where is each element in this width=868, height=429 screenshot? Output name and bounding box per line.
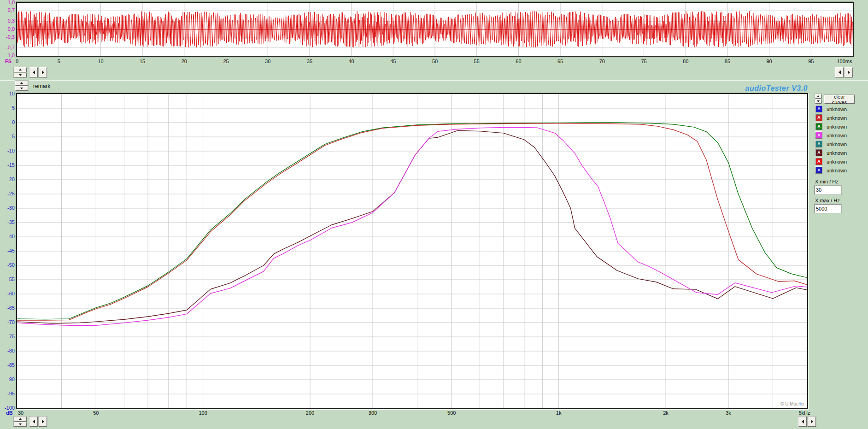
clear-curves-button[interactable]: clear curves xyxy=(824,95,855,104)
chart-db-tick-label: -90 xyxy=(0,376,15,382)
waveform-y-zoom-spinner-down[interactable] xyxy=(14,73,27,78)
waveform-y-zoom-spinner xyxy=(14,67,27,77)
waveform-y-tick-label: -0,3 xyxy=(0,34,15,40)
curve-unknown-maroon xyxy=(17,130,807,323)
chart-frequency-tick-label: 2k xyxy=(663,410,669,416)
arrow-up-icon xyxy=(19,418,22,420)
arrow-left-icon xyxy=(33,71,35,74)
x-max-input[interactable] xyxy=(815,204,841,213)
arrow-up-icon xyxy=(20,82,23,84)
waveform-time-tick-label: 75 xyxy=(641,59,646,65)
chart-db-tick-label: 0 xyxy=(0,119,15,125)
x-min-label: X min / Hz xyxy=(815,179,866,184)
fs-axis-label: FS xyxy=(5,59,12,65)
chart-db-tick-label: -70 xyxy=(0,319,15,325)
legend-item-label: unknown xyxy=(827,150,847,156)
curve-color-icon: A xyxy=(815,141,822,147)
curve-color-icon: A xyxy=(815,167,822,174)
chart-db-tick-label: -25 xyxy=(0,191,15,197)
arrow-right-icon xyxy=(42,420,44,423)
arrow-down-icon xyxy=(817,100,820,102)
legend-spinner-down[interactable] xyxy=(815,99,821,104)
waveform-time-tick-label: 15 xyxy=(140,59,145,65)
legend-item-3[interactable]: Aunknown xyxy=(815,122,866,131)
chart-db-tick-label: -10 xyxy=(0,148,15,154)
curve-unknown-green xyxy=(17,123,807,319)
chart-frequency-tick-label: 100 xyxy=(199,410,207,416)
legend-panel: clear curves AunknownAunknownAunknownAun… xyxy=(815,94,866,213)
legend-spinner-up[interactable] xyxy=(815,94,821,99)
waveform-scroll-left-button-2[interactable] xyxy=(835,67,844,77)
arrow-left-icon xyxy=(802,420,804,423)
chart-frequency-tick-label: 30 xyxy=(18,410,23,416)
frequency-response-plot xyxy=(16,93,808,409)
curve-color-icon: A xyxy=(815,158,822,165)
curve-color-icon: A xyxy=(815,132,822,139)
legend-item-4[interactable]: Aunknown xyxy=(815,131,866,140)
chart-db-tick-label: -55 xyxy=(0,276,15,282)
legend-item-6[interactable]: Aunknown xyxy=(815,148,866,157)
legend-item-1[interactable]: Aunknown xyxy=(815,105,866,113)
legend-item-label: unknown xyxy=(827,141,847,147)
waveform-scroll-right-button-2[interactable] xyxy=(845,67,853,77)
arrow-down-icon xyxy=(20,88,23,89)
curve-color-icon: A xyxy=(815,149,822,156)
remark-label: remark xyxy=(33,83,50,89)
chart-scroll-right-button-2[interactable] xyxy=(808,417,816,427)
chart-db-tick-label: -45 xyxy=(0,248,15,254)
legend-header: clear curves xyxy=(815,94,866,105)
legend-item-label: unknown xyxy=(827,106,847,112)
chart-db-tick-label: -15 xyxy=(0,162,15,168)
legend-item-7[interactable]: Aunknown xyxy=(815,157,866,166)
remark-spinner xyxy=(15,81,28,91)
waveform-scroll-left-button[interactable] xyxy=(29,67,38,77)
arrow-down-icon xyxy=(19,74,22,76)
chart-db-tick-label: -80 xyxy=(0,348,15,354)
chart-db-tick-label: -50 xyxy=(0,262,15,268)
waveform-y-zoom-spinner-up[interactable] xyxy=(14,67,27,72)
frequency-response-svg xyxy=(17,94,807,408)
waveform-time-tick-label: 0 xyxy=(16,59,18,65)
waveform-time-tick-label: 50 xyxy=(432,59,438,65)
legend-item-label: unknown xyxy=(827,124,847,129)
waveform-time-tick-label: 60 xyxy=(516,59,521,65)
curve-color-icon: A xyxy=(815,123,822,130)
waveform-time-tick-label: 20 xyxy=(182,59,187,65)
arrow-right-icon xyxy=(811,420,813,423)
audiotester-window: FS remark audioTester V3.0 dB © U.Muelle… xyxy=(0,0,868,429)
chart-scroll-left-button-2[interactable] xyxy=(798,417,807,427)
legend-item-8[interactable]: Aunknown xyxy=(815,166,866,175)
chart-db-tick-label: -20 xyxy=(0,176,15,182)
x-min-input[interactable] xyxy=(815,186,841,194)
arrow-right-icon xyxy=(848,71,850,74)
chart-db-tick-label: 5 xyxy=(0,105,15,111)
waveform-time-tick-label: 25 xyxy=(223,59,229,65)
chart-db-tick-label: -100 xyxy=(0,405,15,411)
chart-scroll-left-button[interactable] xyxy=(29,417,38,427)
copyright-text: © U.Mueller xyxy=(780,401,805,406)
chart-scroll-right-button[interactable] xyxy=(39,417,47,427)
chart-db-tick-label: -60 xyxy=(0,291,15,297)
chart-db-tick-label: -40 xyxy=(0,234,15,240)
legend-item-2[interactable]: Aunknown xyxy=(815,113,866,122)
legend-item-label: unknown xyxy=(827,159,847,165)
curve-color-icon: A xyxy=(815,114,822,121)
waveform-time-tick-label: 80 xyxy=(683,59,688,65)
chart-db-tick-label: 10 xyxy=(0,91,15,97)
chart-frequency-tick-label: 500 xyxy=(447,410,456,416)
legend-item-5[interactable]: Aunknown xyxy=(815,140,866,148)
waveform-y-tick-label: -1,0 xyxy=(0,53,15,59)
chart-y-zoom-spinner-up[interactable] xyxy=(14,417,27,422)
remark-spinner-up[interactable] xyxy=(15,81,28,86)
waveform-scroll-right-button[interactable] xyxy=(39,67,47,77)
chart-y-zoom-spinner-down[interactable] xyxy=(14,422,27,427)
waveform-time-tick-label: 35 xyxy=(307,59,312,65)
legend-item-label: unknown xyxy=(827,133,847,138)
waveform-time-tick-label: 65 xyxy=(557,59,563,65)
x-max-label: X max / Hz xyxy=(815,198,866,203)
waveform-time-tick-label: 55 xyxy=(474,59,480,65)
curve-unknown-red xyxy=(17,123,807,320)
waveform-y-tick-label: -0,7 xyxy=(0,45,15,51)
waveform-time-tick-label: 90 xyxy=(766,59,772,65)
remark-spinner-down[interactable] xyxy=(15,86,28,91)
